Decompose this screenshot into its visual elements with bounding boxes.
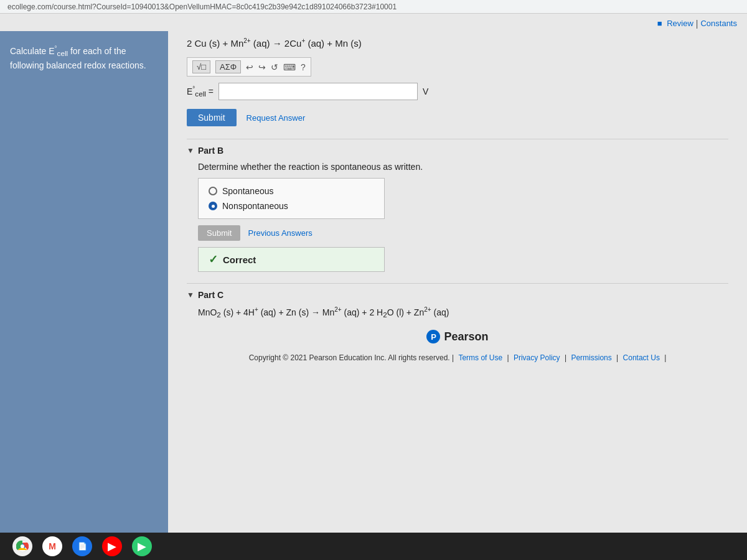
nonspontaneous-radio[interactable] bbox=[209, 202, 217, 210]
svg-point-2 bbox=[21, 544, 24, 548]
spontaneous-radio[interactable] bbox=[209, 187, 217, 195]
divider-1 bbox=[187, 139, 728, 139]
nonspontaneous-label: Nonspontaneous bbox=[222, 201, 288, 211]
option-nonspontaneous-row: Nonspontaneous bbox=[209, 201, 374, 211]
option-spontaneous-row: Spontaneous bbox=[209, 186, 374, 196]
review-link[interactable]: ■ Review bbox=[657, 19, 693, 29]
reaction-equation: 2 Cu (s) + Mn2+ (aq) → 2Cu+ (aq) + Mn (s… bbox=[187, 37, 728, 49]
ecell-unit: V bbox=[423, 86, 428, 96]
review-icon: ■ bbox=[657, 19, 662, 28]
submit-button[interactable]: Submit bbox=[187, 109, 237, 126]
undo-icon[interactable]: ↩ bbox=[246, 62, 253, 72]
part-b-submit-row: Submit Previous Answers bbox=[198, 225, 728, 241]
previous-answers-link[interactable]: Previous Answers bbox=[248, 228, 312, 238]
part-b-header: ▼ Part B bbox=[187, 146, 728, 156]
footer-copyright: Copyright © 2021 Pearson Education Inc. … bbox=[249, 353, 450, 362]
permissions-link[interactable]: Permissions bbox=[571, 353, 611, 362]
help-icon[interactable]: ? bbox=[301, 62, 306, 72]
main-content: Calculate E°cell for each of the followi… bbox=[0, 31, 747, 560]
right-content: 2 Cu (s) + Mn2+ (aq) → 2Cu+ (aq) + Mn (s… bbox=[168, 31, 747, 560]
part-b-label: Part B bbox=[198, 146, 223, 156]
sigma-button[interactable]: ΑΣΦ bbox=[215, 60, 241, 73]
sidebar-text: Calculate E°cell for each of the followi… bbox=[10, 44, 158, 72]
part-c-arrow[interactable]: ▼ bbox=[187, 291, 194, 299]
part-b-description: Determine whether the reaction is sponta… bbox=[198, 162, 728, 172]
privacy-policy-link[interactable]: Privacy Policy bbox=[514, 353, 560, 362]
submit-row: Submit Request Answer bbox=[187, 109, 728, 126]
correct-badge: ✓ Correct bbox=[198, 247, 385, 272]
part-b-section: ▼ Part B Determine whether the reaction … bbox=[187, 146, 728, 272]
part-c-label: Part C bbox=[198, 290, 223, 300]
sqrt-button[interactable]: √□ bbox=[192, 60, 210, 73]
contact-us-link[interactable]: Contact Us bbox=[623, 353, 660, 362]
taskbar: M 📄 ▶ ▶ bbox=[0, 533, 747, 560]
keyboard-icon[interactable]: ⌨ bbox=[283, 62, 296, 72]
url-text: ecollege.com/course.html?CourseId=109400… bbox=[7, 2, 397, 11]
refresh-icon[interactable]: ↺ bbox=[271, 62, 278, 72]
top-bar: ■ Review | Constants bbox=[0, 14, 747, 31]
part-b-arrow[interactable]: ▼ bbox=[187, 146, 194, 155]
formula-toolbar: √□ ΑΣΦ ↩ ↪ ↺ ⌨ ? bbox=[187, 57, 311, 77]
pearson-row: P Pearson bbox=[187, 330, 728, 343]
footer: Copyright © 2021 Pearson Education Inc. … bbox=[187, 343, 728, 368]
youtube-taskbar-icon[interactable]: ▶ bbox=[102, 536, 122, 556]
play-taskbar-icon[interactable]: ▶ bbox=[132, 536, 152, 556]
docs-taskbar-icon[interactable]: 📄 bbox=[72, 536, 92, 556]
part-c-section: ▼ Part C MnO2 (s) + 4H+ (aq) + Zn (s) → … bbox=[187, 290, 728, 319]
check-icon: ✓ bbox=[209, 253, 218, 266]
chrome-taskbar-icon[interactable] bbox=[12, 536, 32, 556]
terms-of-use-link[interactable]: Terms of Use bbox=[458, 353, 502, 362]
correct-label: Correct bbox=[223, 254, 256, 265]
ecell-row: E°cell = V bbox=[187, 83, 728, 100]
pearson-brand-text: Pearson bbox=[444, 330, 488, 343]
pearson-logo-icon: P bbox=[426, 330, 440, 343]
spontaneous-label: Spontaneous bbox=[222, 186, 274, 196]
part-b-submit-button[interactable]: Submit bbox=[198, 225, 240, 241]
constants-link[interactable]: Constants bbox=[700, 19, 737, 29]
sidebar: Calculate E°cell for each of the followi… bbox=[0, 31, 168, 560]
part-c-header: ▼ Part C bbox=[187, 290, 728, 300]
ecell-input[interactable] bbox=[218, 83, 418, 100]
gmail-taskbar-icon[interactable]: M bbox=[42, 536, 62, 556]
redo-icon[interactable]: ↪ bbox=[258, 62, 266, 72]
part-c-equation: MnO2 (s) + 4H+ (aq) + Zn (s) → Mn2+ (aq)… bbox=[198, 306, 728, 319]
options-box: Spontaneous Nonspontaneous bbox=[198, 178, 385, 219]
url-bar: ecollege.com/course.html?CourseId=109400… bbox=[0, 0, 747, 14]
divider-2 bbox=[187, 283, 728, 284]
request-answer-link[interactable]: Request Answer bbox=[247, 113, 306, 123]
ecell-label: E°cell = bbox=[187, 85, 214, 98]
